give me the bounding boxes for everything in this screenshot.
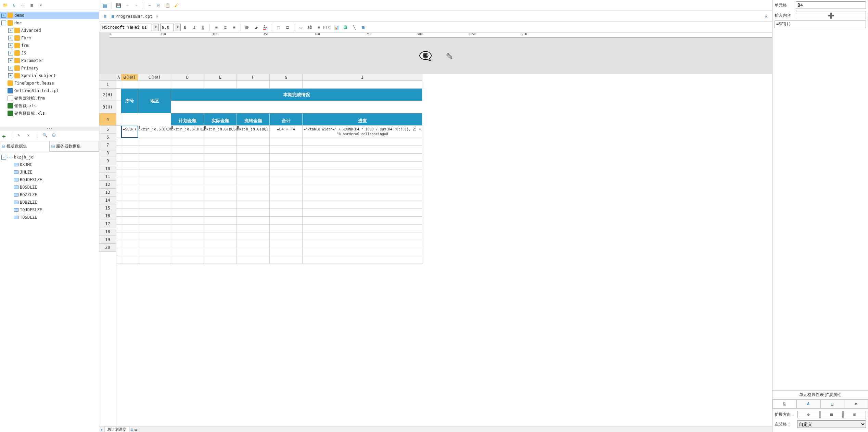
grid-cell[interactable] — [116, 248, 121, 256]
grid-cell[interactable] — [303, 225, 422, 232]
col-header[interactable]: G — [270, 74, 303, 81]
font-name-input[interactable] — [101, 24, 152, 31]
grid-cell[interactable] — [237, 225, 270, 232]
grid-cell[interactable] — [237, 256, 270, 264]
grid-cell[interactable] — [237, 248, 270, 256]
font-color-icon[interactable]: A▾ — [261, 24, 269, 31]
grid-cell[interactable] — [171, 154, 204, 162]
grid-cell[interactable] — [237, 185, 270, 193]
underline-button[interactable]: U — [199, 24, 207, 31]
grid-cell[interactable] — [303, 193, 422, 201]
grid-cell[interactable] — [116, 232, 121, 240]
grid-cell[interactable] — [138, 154, 171, 162]
grid-cell[interactable] — [121, 162, 138, 169]
grid-cell[interactable] — [171, 146, 204, 154]
grid-cell[interactable] — [204, 240, 237, 248]
dataset-field[interactable]: BQSDLZE — [0, 183, 99, 191]
grid-cell[interactable] — [270, 146, 303, 154]
grid-cell[interactable] — [121, 248, 138, 256]
grid-cell[interactable] — [270, 209, 303, 217]
font-size-input[interactable] — [160, 24, 174, 31]
bold-button[interactable]: B — [181, 24, 189, 31]
col-header[interactable]: B(HR) — [121, 74, 138, 81]
row-header[interactable]: 11 — [99, 173, 116, 181]
grid-cell[interactable] — [237, 146, 270, 154]
open-folder-icon[interactable]: 📁 — [2, 2, 8, 8]
grid-cell[interactable] — [270, 201, 303, 209]
row-header[interactable]: 4 — [99, 113, 116, 126]
col-header[interactable]: D — [171, 74, 204, 81]
tree-item[interactable]: GettingStarted.cpt — [0, 87, 99, 94]
grid-cell[interactable] — [116, 201, 121, 209]
subreport-icon[interactable]: ▦ — [359, 24, 367, 31]
grid-cell[interactable] — [171, 201, 204, 209]
grid-cell[interactable] — [270, 225, 303, 232]
grid-icon[interactable]: ▦ — [29, 2, 35, 8]
grid-cell[interactable] — [237, 177, 270, 185]
grid-cell[interactable] — [270, 169, 303, 177]
preview-icon[interactable]: 🔍 — [42, 133, 49, 139]
grid-cell[interactable] — [204, 154, 237, 162]
row-header[interactable]: 6 — [99, 134, 116, 141]
grid-cell[interactable] — [303, 177, 422, 185]
grid-cell[interactable] — [237, 209, 270, 217]
grid-cell[interactable] — [116, 209, 121, 217]
grid-cell[interactable] — [204, 177, 237, 185]
col-header[interactable]: F — [237, 74, 270, 81]
grid-cell[interactable] — [303, 240, 422, 248]
grid-cell[interactable] — [121, 201, 138, 209]
merge-icon[interactable]: ⬚ — [275, 24, 282, 31]
grid-cell[interactable] — [303, 185, 422, 193]
dataset-field[interactable]: BQZZLZE — [0, 191, 99, 199]
grid-cell[interactable] — [138, 256, 171, 264]
grid-cell[interactable]: bkzjh_jd.G(JHLZE) — [171, 126, 204, 138]
align-right-icon[interactable]: ≡ — [230, 24, 238, 31]
format-brush-icon[interactable]: 🖌 — [173, 2, 180, 9]
col-header[interactable]: C(HR) — [138, 74, 171, 81]
grid-cell[interactable] — [171, 217, 204, 225]
tree-item[interactable]: +Primary — [0, 64, 99, 72]
tab-present[interactable]: ◱ — [820, 399, 844, 408]
grid-cell[interactable] — [121, 146, 138, 154]
grid-cell[interactable] — [171, 193, 204, 201]
grid-cell[interactable] — [116, 138, 121, 146]
font-size-dropdown[interactable]: ▼ — [175, 24, 181, 31]
row-header[interactable]: 19 — [99, 236, 116, 244]
text-icon[interactable]: ab — [306, 24, 314, 31]
tree-item[interactable]: -doc — [0, 19, 99, 27]
chart-icon[interactable]: 📊 — [333, 24, 340, 31]
sheet-menu-icon[interactable]: ▭ — [135, 427, 137, 432]
grid-cell[interactable] — [270, 138, 303, 146]
grid-cell[interactable] — [303, 169, 422, 177]
dataset-field[interactable]: JHLZE — [0, 168, 99, 176]
formula-icon[interactable]: F(x) — [324, 24, 331, 31]
col-header[interactable]: E — [204, 74, 237, 81]
border-icon[interactable]: ▦▾ — [244, 24, 251, 31]
row-header[interactable]: 1 — [99, 81, 116, 89]
save-icon[interactable]: 💾 — [115, 2, 122, 9]
grid-cell[interactable] — [116, 146, 121, 154]
grid-cell[interactable] — [303, 138, 422, 146]
row-header[interactable]: 16 — [99, 212, 116, 220]
row-header[interactable]: 5 — [99, 126, 116, 134]
grid-cell[interactable] — [204, 169, 237, 177]
grid-cell[interactable] — [121, 138, 138, 146]
grid-cell[interactable] — [171, 177, 204, 185]
grid-cell[interactable] — [116, 240, 121, 248]
grid-cell[interactable] — [237, 81, 270, 89]
grid-cell[interactable] — [303, 162, 422, 169]
grid-cell[interactable] — [204, 201, 237, 209]
row-header[interactable]: 9 — [99, 157, 116, 165]
grid-cell[interactable] — [303, 201, 422, 209]
grid-cell[interactable] — [237, 217, 270, 225]
panel-splitter[interactable]: ••• — [0, 127, 99, 131]
grid-cell[interactable] — [171, 209, 204, 217]
grid-cell[interactable] — [116, 193, 121, 201]
grid-cell[interactable] — [121, 256, 138, 264]
col-header[interactable]: A — [116, 74, 121, 81]
grid-cell[interactable] — [138, 232, 171, 240]
grid-cell[interactable] — [138, 217, 171, 225]
grid-cell[interactable] — [204, 217, 237, 225]
grid-cell[interactable] — [116, 169, 121, 177]
delete-icon[interactable]: ✕ — [38, 2, 44, 8]
